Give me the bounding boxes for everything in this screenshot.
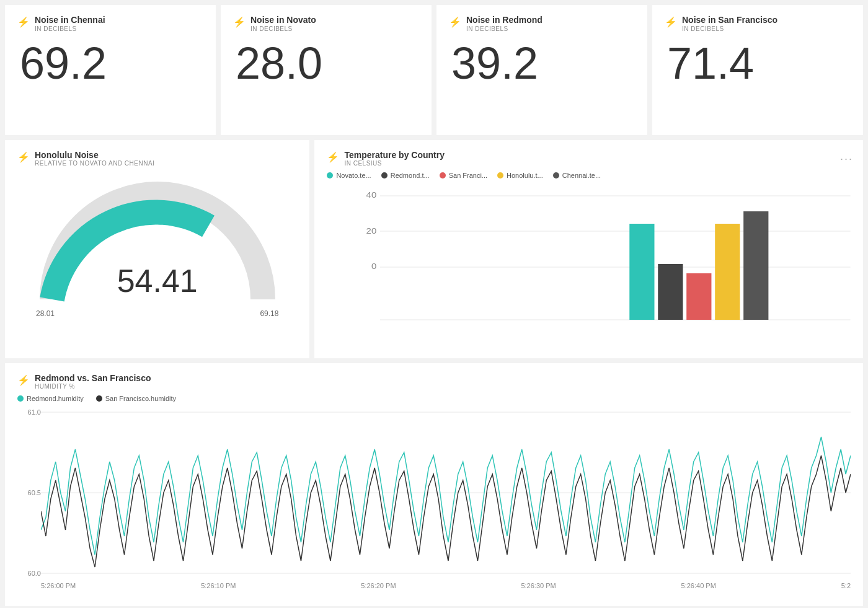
- line-title: Redmond vs. San Francisco: [35, 373, 151, 383]
- metric-header-redmond: ⚡ Noise in Redmond IN DECIBELS: [449, 15, 635, 32]
- legend-label-sf-humidity: San Francisco.humidity: [105, 395, 176, 402]
- svg-rect-9: [687, 273, 712, 320]
- line-legend: Redmond.humidity San Francisco.humidity: [17, 395, 851, 402]
- x-label-4: 5:26:40 PM: [681, 582, 716, 589]
- lightning-icon-chennai: ⚡: [17, 16, 30, 28]
- gauge-subtitle: RELATIVE TO NOVATO AND CHENNAI: [35, 160, 154, 167]
- gauge-header: ⚡ Honolulu Noise RELATIVE TO NOVATO AND …: [17, 150, 297, 167]
- gauge-max: 69.18: [260, 309, 278, 318]
- legend-dot-sf: [440, 172, 446, 178]
- gauge-value: 54.41: [117, 262, 198, 299]
- bar-chart-area: 40 20 0: [327, 187, 851, 329]
- gauge-min: 28.01: [36, 309, 55, 318]
- gauge-title-block: Honolulu Noise RELATIVE TO NOVATO AND CH…: [35, 150, 154, 167]
- x-label-5: 5:2: [841, 582, 851, 589]
- teal-line: [41, 437, 851, 555]
- metric-header-sf: ⚡ Noise in San Francisco IN DECIBELS: [665, 15, 851, 32]
- line-card: ⚡ Redmond vs. San Francisco HUMIDITY % R…: [5, 363, 863, 606]
- legend-sf: San Franci...: [440, 172, 487, 179]
- dashboard: ⚡ Noise in Chennai IN DECIBELS 69.2 ⚡ No…: [0, 0, 868, 608]
- x-axis-labels: 5:26:00 PM 5:26:10 PM 5:26:20 PM 5:26:30…: [17, 582, 851, 589]
- metric-title-chennai: Noise in Chennai: [35, 15, 105, 25]
- legend-dot-redmond: [381, 172, 388, 178]
- lightning-icon-redmond: ⚡: [449, 16, 461, 28]
- gauge-container: 54.41 28.01 69.18: [17, 169, 297, 330]
- line-chart-svg: [41, 406, 851, 579]
- more-button[interactable]: ...: [840, 150, 853, 163]
- black-line: [41, 456, 851, 567]
- metric-card-sf: ⚡ Noise in San Francisco IN DECIBELS 71.…: [652, 5, 863, 135]
- legend-label-sf: San Franci...: [449, 172, 487, 179]
- lightning-icon-gauge: ⚡: [17, 151, 30, 163]
- legend-label-novato: Novato.te...: [336, 172, 371, 179]
- legend-dot-chennai: [553, 172, 559, 178]
- bar-card: ⚡ Temperature by Country IN CELSIUS ... …: [314, 140, 863, 358]
- y-label-mid: 60.5: [17, 489, 41, 496]
- x-label-3: 5:26:30 PM: [521, 582, 556, 589]
- svg-text:40: 40: [366, 190, 377, 200]
- legend-dot-novato: [327, 172, 333, 178]
- metric-title-block-sf: Noise in San Francisco IN DECIBELS: [682, 15, 777, 32]
- metric-header-chennai: ⚡ Noise in Chennai IN DECIBELS: [17, 15, 203, 32]
- metric-value-redmond: 39.2: [449, 41, 635, 86]
- x-label-0: 5:26:00 PM: [41, 582, 76, 589]
- lightning-icon-sf: ⚡: [665, 16, 677, 28]
- metric-subtitle-novato: IN DECIBELS: [250, 25, 316, 32]
- svg-rect-8: [658, 264, 683, 320]
- line-chart-area: 61.0 60.5 60.0: [17, 406, 851, 579]
- metric-subtitle-chennai: IN DECIBELS: [35, 25, 105, 32]
- bar-title: Temperature by Country: [344, 150, 445, 160]
- metric-header-novato: ⚡ Noise in Novato IN DECIBELS: [233, 15, 419, 32]
- metric-subtitle-redmond: IN DECIBELS: [466, 25, 542, 32]
- lightning-icon-bar: ⚡: [327, 151, 339, 163]
- gauge-title: Honolulu Noise: [35, 150, 154, 160]
- x-label-2: 5:26:20 PM: [361, 582, 396, 589]
- metric-card-chennai: ⚡ Noise in Chennai IN DECIBELS 69.2: [5, 5, 216, 135]
- legend-redmond: Redmond.t...: [381, 172, 430, 179]
- legend-sf-humidity: San Francisco.humidity: [96, 395, 176, 402]
- x-label-1: 5:26:10 PM: [201, 582, 236, 589]
- svg-text:20: 20: [366, 226, 377, 236]
- metric-card-novato: ⚡ Noise in Novato IN DECIBELS 28.0: [221, 5, 432, 135]
- metric-card-redmond: ⚡ Noise in Redmond IN DECIBELS 39.2: [436, 5, 647, 135]
- bar-chart-svg: 40 20 0: [352, 187, 851, 329]
- legend-label-honolulu: Honolulu.t...: [507, 172, 543, 179]
- metric-title-novato: Noise in Novato: [250, 15, 316, 25]
- metric-value-sf: 71.4: [665, 41, 851, 86]
- legend-dot-honolulu: [497, 172, 503, 178]
- bar-legend: Novato.te... Redmond.t... San Franci... …: [327, 172, 851, 179]
- y-axis-labels: 61.0 60.5 60.0: [17, 406, 41, 579]
- y-label-bot: 60.0: [17, 570, 41, 577]
- line-subtitle: HUMIDITY %: [35, 383, 151, 390]
- legend-label-redmond-humidity: Redmond.humidity: [27, 395, 84, 402]
- legend-honolulu: Honolulu.t...: [497, 172, 543, 179]
- metric-title-block-chennai: Noise in Chennai IN DECIBELS: [35, 15, 105, 32]
- lightning-icon-novato: ⚡: [233, 16, 246, 28]
- y-label-top: 61.0: [17, 408, 41, 416]
- bar-title-block: Temperature by Country IN CELSIUS: [344, 150, 445, 167]
- legend-dot-redmond-humidity: [17, 395, 24, 402]
- lightning-icon-line: ⚡: [17, 374, 30, 386]
- charts-row: ⚡ Honolulu Noise RELATIVE TO NOVATO AND …: [5, 140, 863, 358]
- metric-title-block-novato: Noise in Novato IN DECIBELS: [250, 15, 316, 32]
- svg-rect-7: [630, 224, 655, 320]
- metric-title-block-redmond: Noise in Redmond IN DECIBELS: [466, 15, 542, 32]
- legend-novato: Novato.te...: [327, 172, 371, 179]
- legend-chennai: Chennai.te...: [553, 172, 601, 179]
- line-header: ⚡ Redmond vs. San Francisco HUMIDITY %: [17, 373, 851, 390]
- legend-label-chennai: Chennai.te...: [562, 172, 601, 179]
- bar-subtitle: IN CELSIUS: [344, 160, 445, 167]
- metric-value-novato: 28.0: [233, 41, 419, 86]
- legend-label-redmond: Redmond.t...: [391, 172, 430, 179]
- legend-redmond-humidity: Redmond.humidity: [17, 395, 84, 402]
- metric-cards-row: ⚡ Noise in Chennai IN DECIBELS 69.2 ⚡ No…: [5, 5, 863, 135]
- metric-title-sf: Noise in San Francisco: [682, 15, 777, 25]
- metric-title-redmond: Noise in Redmond: [466, 15, 542, 25]
- svg-rect-10: [715, 224, 740, 320]
- metric-value-chennai: 69.2: [17, 41, 203, 86]
- svg-text:0: 0: [371, 262, 377, 271]
- line-title-block: Redmond vs. San Francisco HUMIDITY %: [35, 373, 151, 390]
- svg-rect-11: [744, 211, 769, 320]
- legend-dot-sf-humidity: [96, 395, 102, 402]
- bar-header: ⚡ Temperature by Country IN CELSIUS: [327, 150, 851, 167]
